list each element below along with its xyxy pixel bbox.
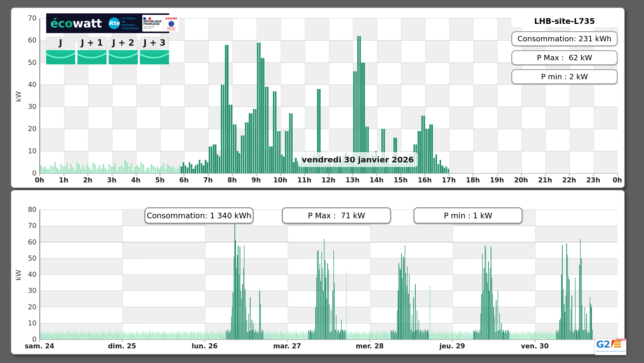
ecowatt-forecast-tile — [109, 50, 138, 64]
y-tick-label-top: 70 — [18, 14, 36, 22]
x-tick-mark-top — [39, 174, 40, 176]
stat-box-weekly-0: Consommation: 1 340 kWh — [144, 207, 254, 224]
x-tick-label-top: 12h — [321, 176, 335, 184]
x-tick-mark-top — [256, 174, 257, 176]
top-stats-stack: LHB-site-L735 Consommation: 231 kWhP Max… — [511, 15, 618, 84]
x-tick-label-top: 8h — [227, 176, 237, 184]
x-tick-label-bottom: sam. 24 — [25, 342, 54, 350]
rte-logo: Rte Le réseaude transportd'électricité — [108, 17, 139, 30]
x-tick-label-bottom: jeu. 29 — [439, 342, 465, 350]
x-tick-label-top: 14h — [370, 176, 384, 184]
x-tick-mark-top — [521, 174, 522, 176]
x-tick-mark-bottom — [370, 340, 370, 342]
x-tick-label-top: 15h — [394, 176, 408, 184]
x-tick-label-top: 0h — [613, 176, 622, 184]
x-tick-mark-top — [377, 174, 377, 176]
day-button-J+2[interactable]: J + 2 — [109, 37, 138, 64]
ecowatt-forecast-tile — [140, 50, 169, 64]
x-tick-mark-top — [617, 174, 618, 176]
x-tick-mark-top — [352, 174, 353, 176]
ecowatt-logo: écowatt Rte Le réseaude transportd'élect… — [46, 13, 169, 33]
x-tick-label-top: 13h — [345, 176, 360, 184]
y-tick-label-bottom: 10 — [18, 319, 36, 327]
y-tick-label-top: 40 — [18, 81, 36, 89]
day-button-label: J + 2 — [109, 37, 138, 48]
dashboard: vendredi 30 janvier 2026 kW écowatt Rte … — [0, 0, 644, 363]
x-tick-mark-top — [232, 174, 233, 176]
x-tick-label-top: 0h — [35, 176, 44, 184]
y-tick-label-bottom: 50 — [18, 254, 36, 262]
weekly-bars-svg[interactable] — [40, 210, 618, 339]
day-button-label: J + 1 — [77, 37, 106, 48]
rte-badge: Rte — [108, 17, 120, 29]
stat-box-weekly-2: P min : 1 kW — [413, 207, 523, 224]
ecowatt-forecast-tile — [77, 50, 106, 64]
stat-box-daily-0: Consommation: 231 kWh — [511, 31, 618, 46]
x-tick-mark-bottom — [617, 340, 618, 342]
x-tick-label-top: 5h — [155, 176, 165, 184]
weekly-chart-panel: kW G2 FRANCE Optimisation de ressources … — [11, 190, 625, 355]
stat-box-weekly-1: P Max : 71 kW — [282, 207, 391, 224]
daily-chart-panel: vendredi 30 janvier 2026 kW écowatt Rte … — [11, 7, 625, 188]
x-tick-mark-top — [88, 174, 88, 176]
ademe-globe-icon — [169, 21, 174, 27]
x-tick-label-top: 3h — [107, 176, 116, 184]
x-tick-mark-top — [136, 174, 136, 176]
x-tick-label-bottom: mer. 28 — [356, 342, 384, 350]
stat-box-daily-2: P min : 2 kW — [511, 69, 618, 84]
x-tick-mark-top — [569, 174, 570, 176]
weekly-chart-plot[interactable] — [39, 210, 618, 340]
x-tick-label-top: 7h — [203, 176, 213, 184]
y-tick-label-top: 60 — [18, 36, 36, 44]
x-tick-mark-bottom — [205, 340, 205, 342]
site-title: LHB-site-L735 — [511, 15, 618, 27]
y-tick-label-bottom: 60 — [18, 238, 36, 246]
day-button-J+3[interactable]: J + 3 — [140, 37, 169, 64]
x-tick-mark-top — [280, 174, 281, 176]
date-label: vendredi 30 janvier 2026 — [298, 152, 418, 167]
x-tick-mark-top — [425, 174, 425, 176]
x-tick-mark-top — [112, 174, 112, 176]
republique-francaise-logo: RÉPUBLIQUEFRANÇAISE Liberté Égalité Frat… — [142, 15, 179, 32]
x-tick-label-top: 11h — [297, 176, 311, 184]
stat-box-daily-1: P Max : 62 kW — [511, 50, 618, 65]
x-tick-label-top: 19h — [490, 176, 504, 184]
y-tick-label-bottom: 20 — [18, 303, 36, 311]
x-tick-mark-top — [593, 174, 594, 176]
x-tick-label-top: 9h — [252, 176, 261, 184]
x-tick-mark-top — [401, 174, 401, 176]
y-tick-label-top: 0 — [18, 169, 36, 177]
x-tick-mark-top — [304, 174, 305, 176]
y-tick-label-top: 10 — [18, 147, 36, 155]
x-tick-label-bottom: ven. 30 — [521, 342, 549, 350]
y-tick-label-top: 20 — [18, 125, 36, 133]
x-tick-label-top: 20h — [514, 176, 528, 184]
day-button-J[interactable]: J — [46, 37, 75, 64]
x-tick-label-top: 18h — [466, 176, 480, 184]
x-tick-label-bottom: lun. 26 — [192, 342, 217, 350]
x-tick-mark-top — [449, 174, 449, 176]
x-tick-label-top: 4h — [131, 176, 141, 184]
y-tick-label-top: 50 — [18, 59, 36, 66]
ademe-logo: ADEME AGENCE DE LA TRANSITION ÉCOLOGIQUE — [163, 16, 177, 31]
x-tick-label-bottom: mar. 27 — [273, 342, 301, 350]
x-tick-label-top: 22h — [562, 176, 576, 184]
x-tick-label-top: 6h — [179, 176, 189, 184]
y-tick-label-top: 30 — [18, 103, 36, 111]
rte-tagline: Le réseaude transportd'électricité — [122, 17, 139, 30]
ecowatt-forecast-tile — [46, 50, 75, 64]
x-tick-label-bottom: dim. 25 — [108, 342, 136, 350]
x-tick-label-top: 2h — [83, 176, 92, 184]
x-tick-mark-top — [545, 174, 546, 176]
x-tick-mark-top — [329, 174, 329, 176]
day-button-J+1[interactable]: J + 1 — [77, 37, 106, 64]
x-tick-mark-top — [497, 174, 498, 176]
y-axis-label-top: kW — [14, 91, 22, 102]
x-tick-label-top: 21h — [538, 176, 552, 184]
ecowatt-day-buttons: JJ + 1J + 2J + 3 — [46, 37, 169, 65]
x-tick-mark-top — [208, 174, 209, 176]
x-tick-mark-bottom — [122, 340, 123, 342]
devise-text: Liberté Égalité Fraternité — [143, 26, 162, 29]
y-tick-label-bottom: 70 — [18, 222, 36, 230]
french-flag-icon — [143, 17, 151, 20]
